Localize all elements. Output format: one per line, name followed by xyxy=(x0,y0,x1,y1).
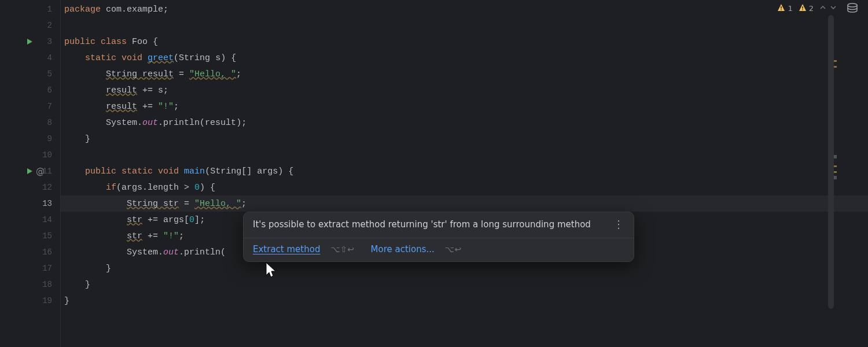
svg-rect-8 xyxy=(802,6,803,9)
editor-gutter: 1 2 3 4 5 6 7 8 9 10 11 @ 12 13 14 15 16 xyxy=(0,0,60,347)
prev-highlight-icon[interactable] xyxy=(819,4,826,13)
code-line[interactable]: } xyxy=(61,131,868,147)
svg-rect-5 xyxy=(781,6,782,9)
next-highlight-icon[interactable] xyxy=(830,4,837,13)
run-icon[interactable] xyxy=(25,38,34,46)
shortcut-label: ⌥⇧↩ xyxy=(330,245,354,254)
code-line[interactable]: } xyxy=(61,276,868,293)
code-line[interactable]: } xyxy=(61,260,868,276)
warning-icon xyxy=(777,3,785,13)
line-number[interactable]: 17 xyxy=(0,260,60,276)
line-number[interactable]: 6 xyxy=(0,82,60,98)
line-number[interactable]: 8 xyxy=(0,115,60,131)
line-number[interactable]: 18 xyxy=(0,276,60,293)
line-number[interactable]: 4 xyxy=(0,50,60,66)
code-line[interactable]: if(args.length > 0) { xyxy=(61,179,868,195)
more-options-icon[interactable]: ⋮ xyxy=(613,219,624,230)
line-number[interactable]: 11 @ xyxy=(0,163,60,179)
svg-point-10 xyxy=(848,3,857,7)
extract-method-link[interactable]: Extract method xyxy=(253,244,320,254)
intention-actions-row: Extract method ⌥⇧↩ More actions... ⌥↩ xyxy=(244,238,634,261)
line-number[interactable]: 2 xyxy=(0,17,60,34)
scrollbar-thumb[interactable] xyxy=(828,15,834,309)
line-number[interactable]: 16 xyxy=(0,244,60,260)
svg-marker-1 xyxy=(27,168,32,174)
intention-popup: It's possible to extract method returnin… xyxy=(243,212,634,262)
code-line[interactable] xyxy=(61,17,868,34)
code-line[interactable]: static void greet(String s) { xyxy=(61,50,868,66)
code-line[interactable]: result += s; xyxy=(61,82,868,98)
code-line[interactable]: result += "!"; xyxy=(61,98,868,115)
code-surface[interactable]: package com.example; public class Foo { … xyxy=(60,0,868,347)
line-number[interactable]: 5 xyxy=(0,66,60,82)
code-line[interactable]: public class Foo { xyxy=(61,34,868,50)
code-line[interactable] xyxy=(61,147,868,163)
database-icon[interactable] xyxy=(846,2,859,15)
run-icon[interactable] xyxy=(25,167,34,175)
code-line[interactable]: String str = "Hello, "; xyxy=(61,195,868,212)
svg-marker-0 xyxy=(27,39,32,45)
code-line[interactable]: System.out.println(result); xyxy=(61,115,868,131)
code-line[interactable]: package com.example; xyxy=(61,1,868,17)
entry-point-icon[interactable]: @ xyxy=(36,166,45,176)
line-number[interactable]: 3 xyxy=(0,34,60,50)
warning-icon xyxy=(799,3,807,13)
more-actions-link[interactable]: More actions... xyxy=(371,244,435,254)
line-number[interactable]: 19 xyxy=(0,293,60,309)
warning-count-label: 2 xyxy=(809,4,814,13)
code-editor: 1 2 3 4 5 6 7 8 9 10 11 @ 12 13 14 15 16 xyxy=(0,0,868,347)
line-number[interactable]: 1 xyxy=(0,1,60,17)
warning-count-2[interactable]: 2 xyxy=(799,3,814,13)
line-number[interactable]: 15 xyxy=(0,228,60,244)
code-line[interactable]: String result = "Hello, "; xyxy=(61,66,868,82)
code-line[interactable]: } xyxy=(61,293,868,309)
vertical-scrollbar[interactable] xyxy=(827,15,834,330)
line-number[interactable]: 7 xyxy=(0,98,60,115)
inspection-widget[interactable]: 1 2 xyxy=(777,3,837,13)
line-number[interactable]: 10 xyxy=(0,147,60,163)
shortcut-label: ⌥↩ xyxy=(445,245,462,254)
svg-rect-9 xyxy=(802,9,803,10)
intention-message: It's possible to extract method returnin… xyxy=(253,219,591,230)
warning-count-label: 1 xyxy=(788,4,792,13)
line-number[interactable]: 14 xyxy=(0,212,60,228)
svg-rect-6 xyxy=(781,9,782,10)
line-number[interactable]: 12 xyxy=(0,179,60,195)
line-number[interactable]: 9 xyxy=(0,131,60,147)
warning-count-1[interactable]: 1 xyxy=(777,3,792,13)
code-line[interactable]: public static void main(String[] args) { xyxy=(61,163,868,179)
line-number[interactable]: 13 xyxy=(0,195,60,212)
